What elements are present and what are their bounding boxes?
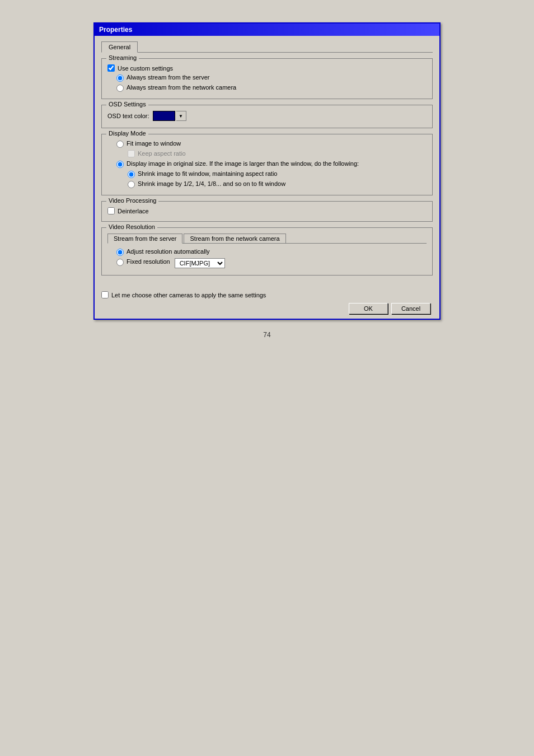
use-custom-label: Use custom settings [118,65,173,72]
fixed-res-label: Fixed resolution [127,258,170,265]
button-row: OK Cancel [101,303,433,314]
resolution-dropdown[interactable]: CIF[MJPG] [175,258,225,268]
display-mode-group: Display Mode Fit image to window Keep as… [101,134,433,195]
display-original-radio[interactable] [116,161,124,168]
cancel-button[interactable]: Cancel [391,303,430,314]
footer-section: Let me choose other cameras to apply the… [95,287,439,319]
deinterlace-label: Deinterlace [118,208,149,214]
streaming-content: Use custom settings Always stream from t… [107,64,427,92]
fit-image-label: Fit image to window [127,140,181,147]
deinterlace-checkbox[interactable] [107,207,115,214]
display-mode-group-label: Display Mode [106,130,148,137]
let-me-choose-row: Let me choose other cameras to apply the… [101,291,433,298]
osd-color-dropdown-btn[interactable]: ▼ [176,111,186,121]
osd-text-color-label: OSD text color: [107,113,149,119]
fixed-res-radio[interactable] [116,259,124,266]
keep-aspect-label: Keep aspect ratio [138,150,186,157]
resolution-sub-tabs: Stream from the server Stream from the n… [107,234,427,244]
shrink-half-row: Shrink image by 1/2, 1/4, 1/8... and so … [128,180,427,188]
dialog-body: General Streaming Use custom settings Al… [95,36,439,287]
deinterlace-row: Deinterlace [107,207,427,214]
display-mode-content: Fit image to window Keep aspect ratio Di… [107,140,427,188]
video-resolution-content: Stream from the server Stream from the n… [107,234,427,268]
page-number: 74 [252,320,282,350]
ok-button[interactable]: OK [349,303,388,314]
streaming-group: Streaming Use custom settings Always str… [101,58,433,99]
video-resolution-group-label: Video Resolution [106,223,157,230]
always-server-label: Always stream from the server [127,74,210,81]
shrink-fit-label: Shrink image to fit window, maintaining … [138,170,277,177]
shrink-fit-row: Shrink image to fit window, maintaining … [128,170,427,178]
streaming-group-label: Streaming [106,54,139,61]
display-original-row: Display image in original size. If the i… [116,160,427,168]
fit-image-row: Fit image to window [116,140,427,148]
sub-tab-camera[interactable]: Stream from the network camera [184,234,285,243]
let-me-choose-checkbox[interactable] [101,291,109,298]
video-resolution-group: Video Resolution Stream from the server … [101,227,433,276]
keep-aspect-checkbox[interactable] [128,150,135,157]
osd-color-picker[interactable] [153,111,175,121]
keep-aspect-row: Keep aspect ratio [128,150,427,157]
osd-group-label: OSD Settings [106,101,148,108]
always-camera-row: Always stream from the network camera [116,84,427,92]
tab-row: General [101,41,433,53]
always-server-row: Always stream from the server [116,74,427,82]
osd-content: OSD text color: ▼ [107,111,427,121]
shrink-half-label: Shrink image by 1/2, 1/4, 1/8... and so … [138,180,285,187]
video-processing-content: Deinterlace [107,207,427,214]
osd-group: OSD Settings OSD text color: ▼ [101,105,433,128]
let-me-choose-label: Let me choose other cameras to apply the… [111,292,266,298]
tab-general[interactable]: General [101,41,138,53]
always-server-radio[interactable] [116,74,124,82]
always-camera-label: Always stream from the network camera [127,84,236,91]
adjust-auto-label: Adjust resolution automatically [127,248,210,255]
fit-image-radio[interactable] [116,141,124,148]
fixed-res-row: Fixed resolution CIF[MJPG] [116,258,427,268]
video-processing-group: Video Processing Deinterlace [101,201,433,222]
shrink-half-radio[interactable] [128,181,135,188]
adjust-auto-radio[interactable] [116,249,124,256]
adjust-auto-row: Adjust resolution automatically [116,248,427,256]
always-camera-radio[interactable] [116,85,124,92]
osd-text-color-row: OSD text color: ▼ [107,111,427,121]
shrink-fit-radio[interactable] [128,171,135,178]
video-processing-group-label: Video Processing [106,197,158,204]
properties-dialog: Properties General Streaming Use custom … [93,22,441,320]
use-custom-row: Use custom settings [107,64,427,72]
sub-tab-server[interactable]: Stream from the server [107,234,182,244]
display-original-label: Display image in original size. If the i… [127,160,359,168]
title-bar: Properties [95,24,439,36]
title-text: Properties [99,26,132,34]
use-custom-checkbox[interactable] [107,64,115,72]
